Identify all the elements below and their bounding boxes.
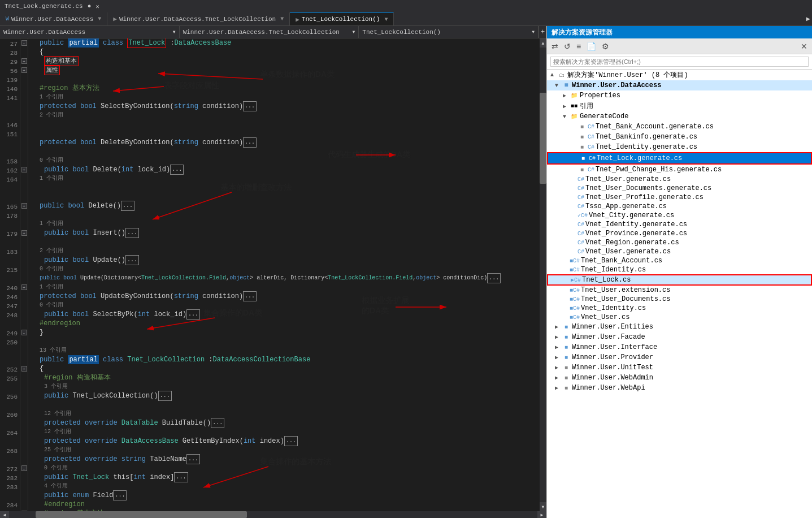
project-webadmin[interactable]: ▶ ■ Winner.User.WebAdmin xyxy=(547,373,812,383)
line-x6 xyxy=(20,192,28,201)
webapi-icon: ■ xyxy=(562,383,571,392)
project-facade[interactable]: ▶ ■ Winner.User.Facade xyxy=(547,332,812,342)
code-line-delete0: public bool Delete() ... xyxy=(28,201,540,210)
expand-btn-162[interactable]: + xyxy=(21,167,27,172)
file-bank-account[interactable]: ■ C# Tnet_Bank_Account.generate.cs xyxy=(547,122,812,132)
file-user-ext[interactable]: ■C# Tnet_User.extension.cs xyxy=(547,286,812,295)
cs-badge-4: C# xyxy=(589,156,596,162)
method-dropdown[interactable]: Tnet_LockCollection() ▼ xyxy=(359,26,539,38)
scroll-right[interactable]: ▶ xyxy=(804,12,812,25)
interface-icon: ■ xyxy=(562,343,571,352)
file-bank-account-root[interactable]: ■C# Tnet_Bank_Account.cs xyxy=(547,256,812,265)
file-vnet-region-label: Vnet_Region.generate.cs xyxy=(585,239,679,247)
file-title: Tnet_Lock.generate.cs xyxy=(5,3,83,10)
file-vnet-user-cs[interactable]: ■C# Vnet_User.cs xyxy=(547,313,812,322)
properties-arrow[interactable]: ▶ xyxy=(563,92,570,99)
code-line-247: } xyxy=(28,328,540,337)
project-interface[interactable]: ▶ ■ Winner.User.Interface xyxy=(547,342,812,352)
horizontal-scrollbar[interactable]: ◀ ▶ xyxy=(0,511,546,518)
title-x[interactable]: ✕ xyxy=(95,3,99,10)
generatecode-arrow[interactable]: ▼ xyxy=(563,114,570,120)
webadmin-arrow[interactable]: ▶ xyxy=(555,374,562,381)
expand-btn-252[interactable]: + xyxy=(21,366,27,372)
generatecode-folder[interactable]: ▼ 📁 GenerateCode xyxy=(547,111,812,122)
code-line-141-ref: 1 个引用 xyxy=(28,93,540,102)
line-x9 xyxy=(20,256,28,265)
vertical-scrollbar[interactable]: ▲ ▼ xyxy=(540,38,546,511)
code-25ref: 25 个引用 xyxy=(28,446,540,455)
file-pwd-change[interactable]: ■ C# Tnet_Pwd_Change_His.generate.cs xyxy=(547,165,812,175)
expand-btn-29[interactable]: + xyxy=(21,58,27,64)
namespace-dropdown[interactable]: Winner.User.DataAccess ▼ xyxy=(0,26,180,38)
file-tnet-lock-cs[interactable]: ▶C# Tnet_Lock.cs xyxy=(547,274,812,286)
provider-arrow[interactable]: ▶ xyxy=(555,354,562,361)
project-entities[interactable]: ▶ ■ Winner.User.Entities xyxy=(547,322,812,332)
file-vnet-identity-cs[interactable]: ■C# Vnet_Identity.cs xyxy=(547,304,812,313)
file-user-gen[interactable]: C# Tnet_User.generate.cs xyxy=(547,175,812,184)
collapse-btn-27[interactable]: - xyxy=(21,40,27,46)
project-da-arrow[interactable]: ▼ xyxy=(555,83,562,89)
tab-arrow-3[interactable]: ▼ xyxy=(384,16,388,23)
tab-close-1[interactable]: ▼ xyxy=(98,16,101,22)
file-identity-root[interactable]: ■C# Tnet_Identity.cs xyxy=(547,265,812,274)
file-bankinfo[interactable]: ■ C# Tnet_Bankinfo.generate.cs xyxy=(547,132,812,142)
file-bank-icon: ■ xyxy=(577,122,587,131)
project-da[interactable]: ▼ ■ Winner.User.DataAccess xyxy=(547,80,812,90)
file-vnet-city[interactable]: ✓C# Vnet_City.generate.cs xyxy=(547,211,812,220)
line-158 xyxy=(20,156,28,165)
toolbar-btn-3[interactable]: ≡ xyxy=(574,41,583,52)
file-vnet-user-gen[interactable]: C# Vnet_User.generate.cs xyxy=(547,247,812,256)
unittest-arrow[interactable]: ▶ xyxy=(555,364,562,371)
expand-btn-165[interactable]: + xyxy=(21,203,27,209)
file-tnet-lock-gen[interactable]: ■ C# Tnet_Lock.generate.cs xyxy=(547,152,812,165)
code-lines[interactable]: public partial class Tnet_Lock : DataAcc… xyxy=(28,38,540,511)
toolbar-btn-1[interactable]: ⇄ xyxy=(549,41,561,52)
editor-scroll-btn[interactable]: + xyxy=(539,26,546,38)
properties-item[interactable]: ▶ 📁 Properties xyxy=(547,90,812,101)
project-provider[interactable]: ▶ ■ Winner.User.Provider xyxy=(547,352,812,362)
cs-badge-10: ✓C# xyxy=(577,212,588,219)
tab-3[interactable]: ▶ Tnet_LockCollection() ▼ xyxy=(290,12,394,25)
code-line-178 xyxy=(28,238,540,247)
webapi-arrow[interactable]: ▶ xyxy=(555,385,562,391)
tab-1[interactable]: W Winner.User.DataAccess ▼ xyxy=(0,12,107,25)
collapse-btn-283[interactable]: - xyxy=(21,465,27,471)
toolbar-btn-5[interactable]: ⚙ xyxy=(600,41,611,52)
file-vnet-identity[interactable]: C# Vnet_Identity.generate.cs xyxy=(547,220,812,229)
file-tsso[interactable]: C# Tsso_App.generate.cs xyxy=(547,202,812,211)
toolbar-btn-4[interactable]: 📄 xyxy=(584,41,598,52)
tab-arrow-2[interactable]: ▼ xyxy=(280,16,284,22)
file-user-docs-cs-label: Tnet_User_Documents.cs xyxy=(581,295,670,303)
file-user-profile[interactable]: C# Tnet_User_Profile.generate.cs xyxy=(547,193,812,202)
solution-root[interactable]: ▲ 🗂 解决方案'Winner.User' (8 个项目) xyxy=(547,70,812,80)
tab-2[interactable]: ▶ Winner.User.DataAccess.Tnet_LockCollec… xyxy=(107,12,290,25)
solution-arrow[interactable]: ▲ xyxy=(550,72,557,78)
references-item[interactable]: ▶ ■■ 引用 xyxy=(547,101,812,111)
file-vnet-province[interactable]: C# Vnet_Province.generate.cs xyxy=(547,229,812,238)
tab-icon-3: ▶ xyxy=(296,16,299,23)
cs-badge-9: C# xyxy=(577,204,584,210)
line-x5 xyxy=(20,183,28,192)
file-user-docs-cs[interactable]: ■C# Tnet_User_Documents.cs xyxy=(547,295,812,304)
expand-gutter: - + + + + + xyxy=(20,38,28,511)
project-webapi[interactable]: ▶ ■ Winner.User.WebApi xyxy=(547,383,812,393)
references-arrow[interactable]: ▶ xyxy=(563,103,570,110)
toolbar-btn-6[interactable]: ✕ xyxy=(798,41,810,52)
file-vnet-region[interactable]: C# Vnet_Region.generate.cs xyxy=(547,238,812,247)
file-identity[interactable]: ■ C# Tnet_Identity.generate.cs xyxy=(547,142,812,152)
expand-btn-240[interactable]: + xyxy=(21,284,27,290)
collapse-btn-249[interactable]: - xyxy=(21,330,27,335)
project-unittest[interactable]: ▶ ■ Winner.User.UnitTest xyxy=(547,362,812,373)
expand-btn-56[interactable]: + xyxy=(21,67,27,73)
interface-arrow[interactable]: ▶ xyxy=(555,344,562,351)
code-line-151 xyxy=(28,129,540,138)
expand-btn-179[interactable]: + xyxy=(21,230,27,236)
search-input[interactable] xyxy=(550,57,809,67)
code-line-179: public bool Update() ... xyxy=(28,256,540,265)
file-user-docs-gen[interactable]: C# Tnet_User_Documents.generate.cs xyxy=(547,184,812,193)
class-dropdown[interactable]: Winner.User.DataAccess.Tnet_LockCollecti… xyxy=(180,26,359,38)
facade-arrow[interactable]: ▶ xyxy=(555,334,562,340)
toolbar-btn-2[interactable]: ↺ xyxy=(562,41,573,52)
entities-arrow[interactable]: ▶ xyxy=(555,323,562,330)
code-container[interactable]: 27 28 29 56 139 140 141 146 151 158 162 … xyxy=(0,38,546,511)
